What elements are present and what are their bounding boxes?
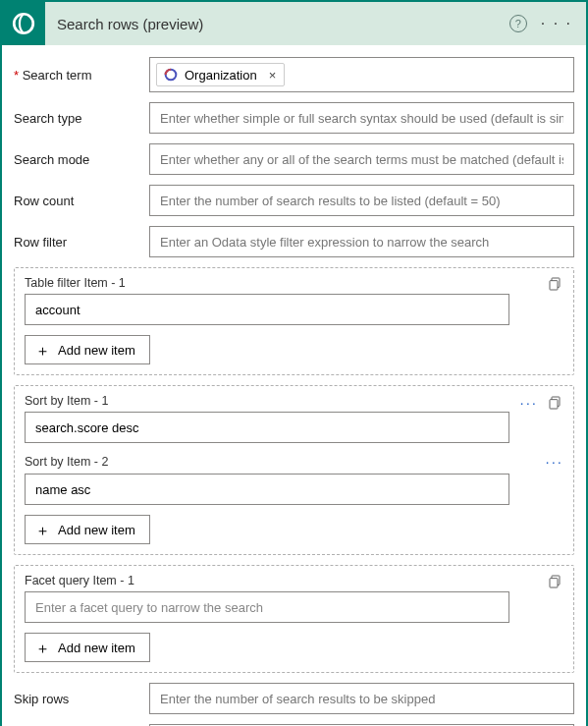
field-label: Search mode: [14, 152, 149, 167]
item-menu-icon[interactable]: ···: [545, 453, 563, 470]
field-label: * Search term: [14, 68, 149, 83]
field-search-type: Search type: [14, 102, 574, 134]
search-mode-input[interactable]: [149, 143, 574, 175]
item-label: Sort by Item - 2: [25, 455, 108, 469]
search-type-input[interactable]: [149, 102, 574, 134]
reorder-icon[interactable]: [548, 574, 563, 589]
item-menu-icon[interactable]: ···: [519, 394, 538, 411]
facet-query-group: Facet query Item - 1 ＋ Add new item: [14, 565, 574, 673]
plus-icon: ＋: [35, 343, 50, 358]
item-label: Facet query Item - 1: [25, 574, 134, 587]
field-row-filter: Row filter: [14, 226, 574, 257]
field-row-count: Row count: [14, 185, 574, 216]
card-header: Search rows (preview) ? · · ·: [2, 2, 586, 45]
field-skip-rows: Skip rows: [14, 683, 574, 714]
token-label: Organization: [185, 68, 257, 83]
sort-by-item-input[interactable]: [25, 474, 509, 505]
card-menu-icon[interactable]: · · ·: [541, 15, 576, 32]
item-label: Table filter Item - 1: [25, 276, 126, 290]
row-filter-input[interactable]: [149, 226, 574, 257]
field-label: Search type: [14, 111, 149, 126]
plus-icon: ＋: [35, 523, 50, 537]
svg-rect-5: [550, 399, 558, 408]
field-label: Skip rows: [14, 692, 149, 706]
skip-rows-input[interactable]: [149, 683, 574, 714]
row-count-input[interactable]: [149, 185, 574, 216]
svg-point-0: [14, 14, 33, 33]
svg-rect-7: [550, 579, 558, 587]
card-body: * Search term Organization × Search type…: [2, 45, 586, 726]
field-label: Row filter: [14, 235, 149, 250]
field-label: Row count: [14, 194, 149, 208]
add-new-item-button[interactable]: ＋ Add new item: [25, 633, 150, 662]
help-icon[interactable]: ?: [509, 15, 527, 32]
add-new-item-button[interactable]: ＋ Add new item: [25, 335, 150, 364]
card-title: Search rows (preview): [45, 16, 509, 32]
token-remove-icon[interactable]: ×: [269, 68, 277, 83]
field-search-mode: Search mode: [14, 143, 574, 175]
svg-rect-3: [550, 281, 558, 290]
field-search-term: * Search term Organization ×: [14, 57, 574, 92]
reorder-icon[interactable]: [548, 276, 563, 292]
reorder-icon[interactable]: [548, 395, 563, 411]
plus-icon: ＋: [35, 641, 50, 655]
facet-query-item-input[interactable]: [25, 591, 509, 623]
table-filter-item-input[interactable]: [25, 294, 509, 325]
sort-by-group: ··· Sort by Item - 1 Sort by Item - 2 ··…: [14, 385, 574, 555]
table-filter-group: Table filter Item - 1 ＋ Add new item: [14, 267, 574, 375]
office-icon: [163, 67, 179, 83]
action-card: Search rows (preview) ? · · · * Search t…: [0, 0, 588, 726]
add-new-item-button[interactable]: ＋ Add new item: [25, 515, 150, 544]
search-term-input[interactable]: Organization ×: [149, 57, 574, 92]
item-label: Sort by Item - 1: [25, 394, 108, 408]
sort-by-item-input[interactable]: [25, 412, 509, 443]
dynamic-token[interactable]: Organization ×: [156, 63, 285, 86]
connector-icon: [2, 2, 45, 45]
